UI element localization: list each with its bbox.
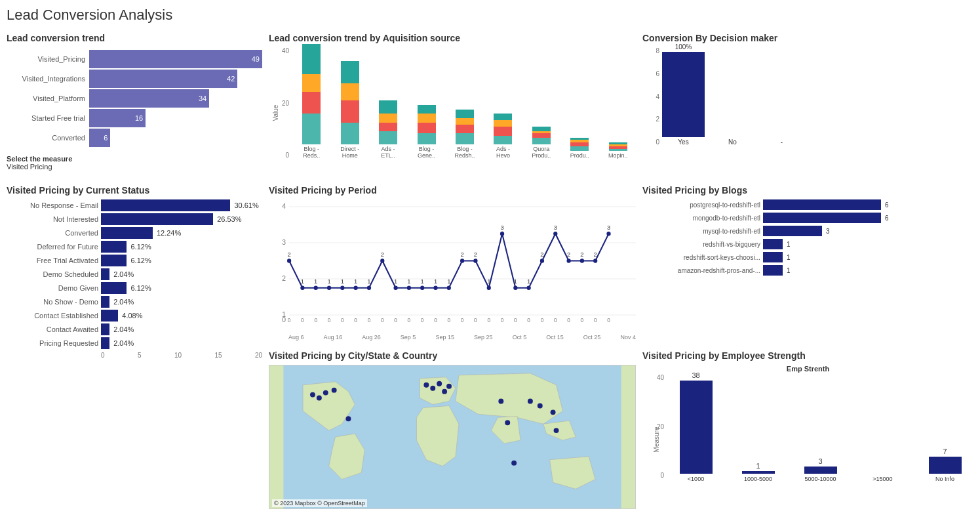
svg-text:0: 0 xyxy=(527,317,530,323)
blogs-section: Visited Pricing by Blogs postgresql-to-r… xyxy=(642,185,973,344)
blog-row: redshift-vs-bigquery 1 xyxy=(642,239,973,249)
svg-point-92 xyxy=(442,389,447,394)
svg-point-66 xyxy=(540,259,544,263)
svg-text:3: 3 xyxy=(554,223,557,230)
acq-stacked xyxy=(418,105,436,144)
svg-text:0: 0 xyxy=(474,317,477,323)
emp-bar-label: No Info xyxy=(935,476,954,482)
dec-y-axis: 8 6 4 2 0 xyxy=(642,47,661,146)
status-title: Visited Pricing by Current Status xyxy=(7,185,262,196)
svg-point-99 xyxy=(511,461,517,466)
status-bar xyxy=(101,213,213,225)
status-row: Free Trial Activated 6.12% xyxy=(7,255,262,266)
status-bar xyxy=(101,241,127,253)
status-pct: 4.08% xyxy=(122,312,142,320)
blog-val: 1 xyxy=(787,241,791,248)
svg-point-78 xyxy=(593,259,597,263)
decision-chart: 8 6 4 2 0 100% Yes No - xyxy=(642,47,973,165)
svg-text:1: 1 xyxy=(394,278,397,285)
dec-bar-group: No xyxy=(711,137,754,146)
acq-stacked xyxy=(570,138,589,151)
blog-bar xyxy=(763,226,822,236)
blog-val: 6 xyxy=(885,201,889,209)
acq-stacked xyxy=(494,114,512,144)
svg-point-21 xyxy=(340,285,344,290)
map-credit: © 2023 Mapbox © OpenStreetMap xyxy=(272,499,367,507)
acq-seg xyxy=(379,100,397,114)
status-bar xyxy=(101,310,118,322)
svg-point-42 xyxy=(433,285,437,290)
svg-text:1: 1 xyxy=(341,278,344,285)
svg-text:2: 2 xyxy=(540,251,543,258)
status-bar xyxy=(101,282,127,294)
blog-bar xyxy=(763,239,783,249)
status-row-label: Not Interested xyxy=(7,215,98,223)
blog-val: 3 xyxy=(826,228,830,235)
svg-text:0: 0 xyxy=(314,317,317,323)
funnel-chart: Visited_Pricing 49 Visited_Integrations … xyxy=(7,47,262,150)
acq-col: Direct -Home xyxy=(332,61,367,159)
acq-col: Blog -Reds.. xyxy=(294,44,329,159)
svg-text:0: 0 xyxy=(408,317,411,323)
status-bar xyxy=(101,227,153,239)
dec-bars: 100% Yes No - xyxy=(642,47,973,165)
status-row-label: Free Trial Activated xyxy=(7,257,98,264)
emp-bar xyxy=(929,457,962,474)
svg-text:3: 3 xyxy=(607,223,610,230)
acq-seg xyxy=(341,100,359,122)
status-row-label: Demo Scheduled xyxy=(7,270,98,278)
map-wrap: © 2023 Mapbox © OpenStreetMap xyxy=(269,365,636,509)
svg-text:0: 0 xyxy=(541,317,544,323)
acq-col-label: QuoraProdu.. xyxy=(532,146,551,159)
acq-seg xyxy=(456,125,474,133)
svg-text:2: 2 xyxy=(461,251,464,258)
map-section: Visited Pricing by City/State & Country xyxy=(269,350,636,509)
svg-point-96 xyxy=(528,399,533,404)
svg-text:0: 0 xyxy=(554,317,557,323)
acquisition-chart: 40 20 0 Value Blog -Reds.. Direct -Home … xyxy=(269,47,636,178)
svg-point-57 xyxy=(500,232,504,236)
acq-stacked xyxy=(341,61,359,144)
svg-text:0: 0 xyxy=(607,317,610,323)
svg-text:0: 0 xyxy=(282,316,286,323)
svg-text:1: 1 xyxy=(514,278,517,285)
emp-bar xyxy=(680,381,713,474)
period-section: Visited Pricing by Period 4 3 2 1 0 2010… xyxy=(269,185,636,344)
funnel-row: Converted 6 xyxy=(7,129,262,147)
acq-col: Blog -Redsh.. xyxy=(447,110,482,159)
status-row: Contact Awaited 2.04% xyxy=(7,323,262,335)
svg-text:4: 4 xyxy=(282,202,286,210)
emp-bar-group: 7 No Info xyxy=(916,447,973,482)
funnel-row-label: Visited_Platform xyxy=(7,94,85,102)
status-row: Converted 12.24% xyxy=(7,227,262,239)
svg-text:1: 1 xyxy=(434,278,437,285)
acq-seg xyxy=(570,142,589,147)
svg-point-63 xyxy=(527,285,531,290)
funnel-row: Visited_Platform 34 xyxy=(7,89,262,108)
blog-label: amazon-redshift-pros-and-... xyxy=(642,267,760,274)
emp-title: Visited Pricing by Employee Strength xyxy=(642,350,973,361)
status-row-label: Contact Awaited xyxy=(7,325,98,333)
dec-bar-value-wrap: 100% xyxy=(662,43,705,137)
svg-point-33 xyxy=(393,285,397,290)
blog-bar xyxy=(763,252,783,262)
dec-bar-group: - xyxy=(760,137,803,146)
svg-point-98 xyxy=(551,409,556,415)
status-row: Contact Established 4.08% xyxy=(7,310,262,322)
svg-point-75 xyxy=(580,259,584,263)
acq-seg xyxy=(494,136,512,144)
blog-bar xyxy=(763,265,783,276)
acq-seg xyxy=(532,127,551,131)
svg-text:0: 0 xyxy=(514,317,517,323)
emp-bar xyxy=(742,471,775,474)
svg-point-86 xyxy=(317,396,322,401)
svg-point-51 xyxy=(473,259,477,263)
acq-seg xyxy=(456,133,474,144)
emp-bar-label: 5000-10000 xyxy=(804,476,836,482)
funnel-bar-wrap: 42 xyxy=(89,70,262,88)
acq-seg xyxy=(418,114,436,122)
svg-text:1: 1 xyxy=(314,278,317,285)
svg-point-9 xyxy=(287,259,291,263)
status-pct: 26.53% xyxy=(217,215,241,223)
svg-text:0: 0 xyxy=(594,317,597,323)
